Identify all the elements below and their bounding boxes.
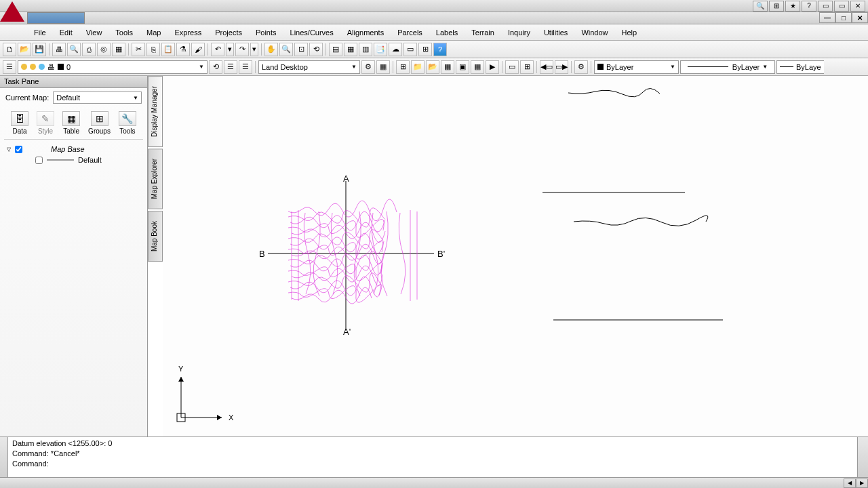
command-text[interactable]: Datum elevation <1255.00>: 0 Command: *C…: [8, 437, 857, 477]
sheet-set-icon[interactable]: 📑: [374, 43, 387, 56]
menu-utilities[interactable]: Utilities: [537, 26, 574, 39]
xref4-icon[interactable]: ▦: [441, 60, 454, 74]
publish-icon[interactable]: ⎙: [82, 43, 96, 56]
block2-icon[interactable]: ⊞: [520, 60, 534, 74]
tool-tools[interactable]: 🔧Tools: [119, 111, 136, 135]
drawing-canvas[interactable]: A A' B B' X Y: [163, 76, 868, 436]
linetype-dropdown[interactable]: ByLayer ▼: [680, 60, 775, 74]
current-map-dropdown[interactable]: Default ▼: [53, 92, 142, 104]
tab-map-book[interactable]: Map Book: [148, 211, 163, 262]
paste-icon[interactable]: 📋: [161, 43, 175, 56]
copy-icon[interactable]: ⎘: [146, 43, 160, 56]
command-scrollbar[interactable]: [857, 437, 868, 477]
app-logo-icon[interactable]: [0, 0, 24, 24]
xref3-icon[interactable]: 📂: [426, 60, 439, 74]
menu-lines-curves[interactable]: Lines/Curves: [283, 26, 340, 39]
window-icon[interactable]: ▭: [818, 1, 833, 12]
menu-help[interactable]: Help: [615, 26, 644, 39]
tool-style[interactable]: ✎Style: [37, 111, 54, 135]
menu-parcels[interactable]: Parcels: [391, 26, 429, 39]
tab-scroll-right[interactable]: ▶: [856, 479, 868, 488]
menu-map[interactable]: Map: [140, 26, 167, 39]
workspace-settings-icon[interactable]: ⚙: [361, 60, 375, 74]
redo-icon[interactable]: ↷: [235, 43, 249, 56]
tree-root[interactable]: ▽ Map Base: [7, 144, 140, 155]
zoom-window-icon[interactable]: ⊡: [294, 43, 308, 56]
ref-icon[interactable]: ⊞: [418, 43, 432, 56]
tool-groups[interactable]: ⊞Groups: [88, 111, 111, 135]
menu-alignments[interactable]: Alignments: [340, 26, 391, 39]
redo-dropdown-icon[interactable]: ▾: [250, 43, 258, 56]
menu-view[interactable]: View: [79, 26, 109, 39]
xref2-icon[interactable]: 📁: [411, 60, 425, 74]
help-toolbar-icon[interactable]: ?: [433, 43, 447, 56]
maximize-button[interactable]: □: [835, 12, 852, 23]
communication-center-icon[interactable]: ⊞: [769, 1, 784, 12]
tool-data[interactable]: 🗄Data: [11, 111, 28, 135]
menu-express[interactable]: Express: [167, 26, 208, 39]
help-icon[interactable]: ?: [802, 1, 816, 12]
settings-icon[interactable]: ⚙: [574, 60, 588, 74]
layer-states-icon[interactable]: ☰: [224, 60, 237, 74]
search-icon[interactable]: 🔍: [753, 1, 768, 12]
tree-child[interactable]: Default: [7, 155, 140, 165]
menu-tools[interactable]: Tools: [108, 26, 140, 39]
pan-icon[interactable]: ✋: [264, 43, 278, 56]
minimize-button[interactable]: —: [819, 12, 835, 23]
menu-file[interactable]: File: [27, 26, 53, 39]
close-button[interactable]: ✕: [852, 12, 868, 23]
arrow-left-icon[interactable]: ◀▭: [540, 60, 553, 74]
menu-window[interactable]: Window: [574, 26, 614, 39]
xref7-icon[interactable]: ▶: [486, 60, 499, 74]
workspace-save-icon[interactable]: ▦: [376, 60, 390, 74]
menu-terrain[interactable]: Terrain: [465, 26, 501, 39]
design-center-icon[interactable]: ▦: [344, 43, 357, 56]
tab-scroll-left[interactable]: ◀: [844, 479, 856, 488]
menu-edit[interactable]: Edit: [53, 26, 79, 39]
tab-map-explorer[interactable]: Map Explorer: [148, 148, 163, 209]
match-icon[interactable]: ⚗: [176, 43, 190, 56]
lineweight-dropdown[interactable]: ByLaye: [776, 60, 824, 74]
save-icon[interactable]: 💾: [33, 43, 46, 56]
tool-palettes-icon[interactable]: ▥: [359, 43, 372, 56]
print-icon[interactable]: 🖶: [52, 43, 66, 56]
paintbrush-icon[interactable]: 🖌: [191, 43, 205, 56]
menu-projects[interactable]: Projects: [208, 26, 249, 39]
undo-dropdown-icon[interactable]: ▾: [226, 43, 234, 56]
document-tab[interactable]: [27, 12, 85, 24]
expand-icon[interactable]: ▽: [7, 146, 11, 152]
zoom-realtime-icon[interactable]: 🔍: [279, 43, 293, 56]
default-checkbox[interactable]: [35, 157, 43, 164]
favorites-icon[interactable]: ★: [785, 1, 800, 12]
xref5-icon[interactable]: ▣: [456, 60, 469, 74]
xref-icon[interactable]: ⊞: [396, 60, 410, 74]
tool-table[interactable]: ▦Table: [62, 111, 80, 135]
zoom-previous-icon[interactable]: ⟲: [309, 43, 323, 56]
menu-inquiry[interactable]: Inquiry: [501, 26, 537, 39]
markup-icon[interactable]: ☁: [389, 43, 402, 56]
close-icon[interactable]: ✕: [850, 1, 865, 12]
layer-previous-icon[interactable]: ⟲: [209, 60, 222, 74]
tab-display-manager[interactable]: Display Manager: [148, 76, 163, 147]
arrow-right-icon[interactable]: ▭▶: [555, 60, 568, 74]
layer-manage-icon[interactable]: ☰: [239, 60, 252, 74]
sheet-icon[interactable]: ▦: [112, 43, 125, 56]
cut-icon[interactable]: ✂: [132, 43, 145, 56]
command-window[interactable]: Datum elevation <1255.00>: 0 Command: *C…: [0, 436, 868, 477]
undo-icon[interactable]: ↶: [211, 43, 224, 56]
new-icon[interactable]: 🗋: [3, 43, 16, 56]
color-dropdown[interactable]: ByLayer ▼: [594, 60, 679, 74]
calc-icon[interactable]: ▭: [403, 43, 417, 56]
layer-properties-icon[interactable]: ☰: [3, 60, 16, 74]
workspace-dropdown[interactable]: Land Desktop ▼: [258, 60, 360, 74]
map-base-checkbox[interactable]: [15, 146, 22, 153]
layer-dropdown[interactable]: 🖶 0 ▼: [18, 60, 208, 74]
window-icon-2[interactable]: ▭: [834, 1, 849, 12]
print-preview-icon[interactable]: 🔍: [67, 43, 81, 56]
block-icon[interactable]: ▭: [505, 60, 519, 74]
menu-points[interactable]: Points: [249, 26, 283, 39]
plot-icon[interactable]: ◎: [97, 43, 111, 56]
menu-labels[interactable]: Labels: [429, 26, 465, 39]
xref6-icon[interactable]: ▦: [471, 60, 484, 74]
command-grip[interactable]: [0, 437, 8, 477]
